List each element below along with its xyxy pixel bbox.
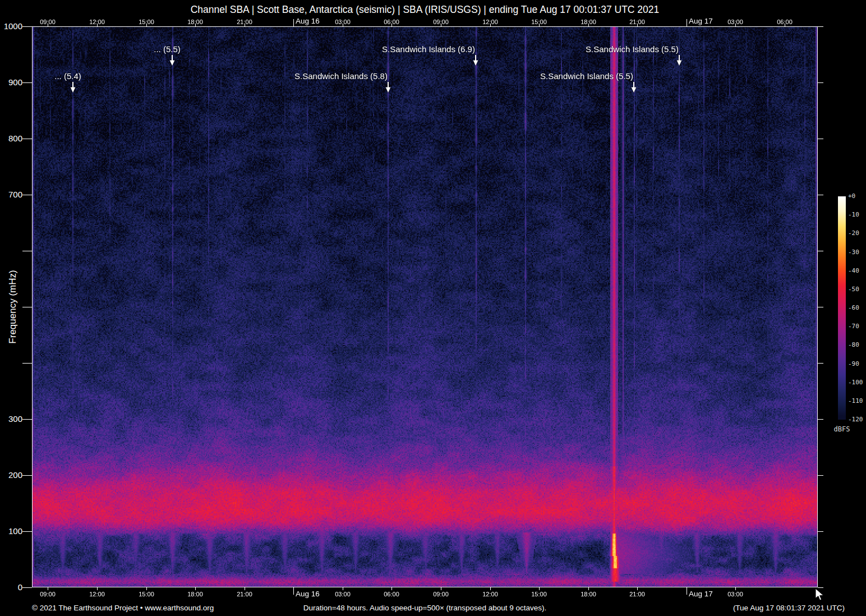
x-tick-label-bottom: 09:00 xyxy=(35,591,60,597)
axis-tick xyxy=(97,587,98,590)
colorbar-tick-label: -10 xyxy=(848,211,859,218)
x-tick-label-top: Aug 17 xyxy=(689,17,713,25)
colorbar-tick-label: -40 xyxy=(848,267,859,274)
y-tick-label: 800 xyxy=(0,134,22,143)
axis-tick xyxy=(22,587,32,588)
event-annotation-label: S.Sandwich Islands (5.5) xyxy=(497,71,676,81)
y-tick-label: 700 xyxy=(0,190,22,199)
mouse-cursor-icon xyxy=(815,588,824,603)
axis-tick xyxy=(441,587,441,590)
colorbar-tick-label: -30 xyxy=(848,249,859,256)
axis-tick xyxy=(735,587,736,590)
y-tick-label: 100 xyxy=(0,526,22,536)
event-arrow-icon xyxy=(676,55,683,66)
x-tick-label-top: 03:00 xyxy=(330,19,355,25)
x-tick-label-top: 06:00 xyxy=(379,19,404,25)
axis-tick xyxy=(146,587,147,590)
x-tick-label-bottom: 21:00 xyxy=(625,591,650,597)
axis-tick xyxy=(687,19,687,26)
y-axis-title: Frequency (mHz) xyxy=(7,270,19,343)
event-annotation-label: S.Sandwich Islands (5.5) xyxy=(542,44,722,54)
x-tick-label-bottom: 18:00 xyxy=(183,591,208,597)
axis-tick xyxy=(391,587,392,590)
colorbar-tick-label: -90 xyxy=(848,360,859,367)
x-tick-label-top: 15:00 xyxy=(527,19,551,25)
x-tick-label-top: Aug 16 xyxy=(296,17,320,25)
axis-tick xyxy=(818,307,823,307)
x-tick-label-top: 18:00 xyxy=(576,19,601,25)
axis-tick xyxy=(245,587,245,590)
axis-tick xyxy=(588,587,589,590)
colorbar-tick-label: -20 xyxy=(848,229,859,237)
axis-tick xyxy=(22,531,32,532)
spectrogram-canvas xyxy=(32,26,818,587)
x-tick-label-bottom: 09:00 xyxy=(429,591,453,597)
event-arrow-icon xyxy=(70,82,76,93)
axis-tick xyxy=(22,82,32,83)
axis-tick xyxy=(818,139,823,139)
colorbar-tick-label: -100 xyxy=(848,379,863,386)
event-annotation-label: S.Sandwich Islands (6.9) xyxy=(339,44,518,54)
event-annotation-label: ... (5.5) xyxy=(77,44,257,54)
x-tick-label-top: 09:00 xyxy=(35,19,60,25)
colorbar-unit-label: dBFS xyxy=(832,425,852,433)
axis-tick xyxy=(22,195,32,195)
axis-tick xyxy=(818,26,823,27)
event-arrow-icon xyxy=(472,55,479,66)
axis-tick xyxy=(293,19,294,26)
axis-tick xyxy=(22,251,32,251)
x-tick-label-top: 06:00 xyxy=(772,19,797,25)
axis-tick xyxy=(490,587,491,590)
axis-tick xyxy=(22,363,32,364)
chart-title: Channel SBA | Scott Base, Antarctica (se… xyxy=(32,4,818,16)
colorbar-tick-label: -120 xyxy=(848,416,863,423)
axis-tick xyxy=(818,251,823,251)
x-tick-label-bottom: 12:00 xyxy=(478,591,503,597)
colorbar-gradient xyxy=(838,196,846,420)
x-tick-label-bottom: 15:00 xyxy=(134,591,159,597)
x-tick-label-top: 18:00 xyxy=(183,19,208,25)
axis-tick xyxy=(48,587,48,590)
y-tick-label: 0 xyxy=(0,582,22,592)
axis-tick xyxy=(818,195,823,195)
y-tick-label: 300 xyxy=(0,414,22,424)
x-tick-label-bottom: 12:00 xyxy=(85,591,109,597)
event-arrow-icon xyxy=(630,82,637,93)
event-annotation-label: S.Sandwich Islands (5.8) xyxy=(251,71,431,81)
event-arrow-icon xyxy=(169,55,176,66)
y-tick-label: 1000 xyxy=(0,21,22,31)
x-tick-label-top: 12:00 xyxy=(85,19,109,25)
colorbar-tick-label: -80 xyxy=(848,341,859,348)
x-tick-label-bottom: 18:00 xyxy=(576,591,601,597)
x-tick-label-bottom: 21:00 xyxy=(232,591,257,597)
axis-tick xyxy=(343,587,343,590)
event-annotation-label: ... (5.4) xyxy=(0,71,158,81)
event-arrow-icon xyxy=(385,82,391,93)
x-tick-label-bottom: 15:00 xyxy=(527,591,551,597)
footer-endtime: (Tue Aug 17 08:01:37 2021 UTC) xyxy=(620,604,845,612)
x-tick-label-bottom: Aug 16 xyxy=(296,590,320,598)
x-tick-label-top: 15:00 xyxy=(134,19,159,25)
axis-tick xyxy=(818,363,823,364)
x-tick-label-top: 09:00 xyxy=(429,19,453,25)
colorbar-tick-label: -50 xyxy=(848,286,859,293)
y-tick-label: 200 xyxy=(0,470,22,480)
x-tick-label-top: 03:00 xyxy=(723,19,748,25)
x-tick-label-bottom: 06:00 xyxy=(379,591,404,597)
axis-tick xyxy=(818,531,823,532)
axis-tick xyxy=(687,587,687,595)
colorbar-tick-label: -110 xyxy=(848,397,863,404)
x-tick-label-top: 21:00 xyxy=(625,19,650,25)
axis-tick xyxy=(637,587,638,590)
colorbar-tick-label: -60 xyxy=(848,304,859,311)
x-tick-label-top: 21:00 xyxy=(232,19,257,25)
axis-tick xyxy=(195,587,196,590)
colorbar-tick-label: -70 xyxy=(848,323,859,330)
x-tick-label-bottom: Aug 17 xyxy=(689,590,713,598)
axis-tick xyxy=(293,587,294,595)
axis-tick xyxy=(22,307,32,307)
x-tick-label-bottom: 03:00 xyxy=(330,591,355,597)
axis-tick xyxy=(22,26,32,27)
axis-tick xyxy=(818,475,823,476)
x-tick-label-bottom: 03:00 xyxy=(723,591,748,597)
